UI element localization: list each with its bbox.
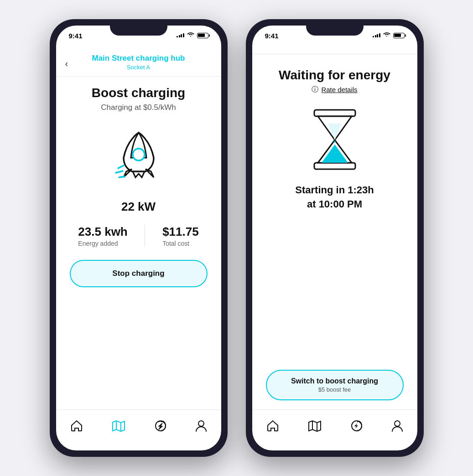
svg-point-0 — [133, 149, 145, 160]
battery-icon-2 — [393, 33, 405, 38]
nav-home-2[interactable] — [266, 420, 279, 432]
status-icons-1 — [177, 32, 208, 39]
content-1: Boost charging Charging at $0.5/kWh — [56, 77, 221, 409]
wifi-icon-2 — [383, 32, 390, 39]
phone-2: 9:41 Waiting for energy — [246, 19, 424, 457]
power-value: 22 kW — [121, 200, 156, 214]
signal-icon-1 — [177, 33, 184, 37]
content-2: Waiting for energy ⓘ Rate details — [252, 54, 417, 409]
time-info-line1: Starting in 1:23h — [295, 183, 374, 197]
time-info-line2: at 10:00 PM — [295, 197, 374, 212]
main-title-1: Boost charging — [92, 86, 185, 100]
profile-icon-2 — [392, 419, 403, 432]
rate-details-link[interactable]: Rate details — [321, 86, 357, 93]
switch-btn-sub: $5 boost fee — [273, 386, 396, 393]
nav-home-1[interactable] — [70, 420, 83, 432]
cost-stat: $11.75 Total cost — [162, 225, 199, 247]
page-subtitle-1: Socket A — [65, 64, 212, 71]
nav-map-2[interactable] — [308, 420, 322, 432]
home-icon-2 — [266, 420, 279, 432]
energy-stat: 23.5 kwh Energy added — [78, 225, 127, 247]
svg-rect-5 — [314, 110, 355, 116]
back-button-1[interactable]: ‹ — [65, 58, 68, 68]
stop-charging-button[interactable]: Stop charging — [70, 260, 208, 287]
switch-btn-title: Switch to boost charging — [273, 377, 396, 385]
charging-icon-2 — [350, 419, 363, 432]
profile-icon-1 — [196, 419, 207, 432]
info-icon: ⓘ — [312, 85, 318, 94]
nav-charging-1[interactable] — [154, 419, 167, 432]
energy-label: Energy added — [78, 240, 127, 247]
stats-row: 23.5 kwh Energy added $11.75 Total cost — [70, 225, 208, 247]
header-1: ‹ Main Street charging hub Socket A — [56, 50, 221, 77]
nav-map-1[interactable] — [112, 420, 125, 432]
cost-label: Total cost — [162, 240, 199, 247]
rocket-icon — [102, 121, 175, 194]
notch-2 — [306, 19, 364, 36]
status-time-2: 9:41 — [265, 32, 279, 40]
svg-point-8 — [334, 145, 335, 146]
cost-value: $11.75 — [162, 225, 199, 239]
battery-icon-1 — [197, 33, 208, 38]
svg-point-4 — [198, 421, 204, 426]
energy-value: 23.5 kwh — [78, 225, 127, 239]
phone-1: 9:41 ‹ Main Street charging hub — [50, 19, 228, 457]
status-time-1: 9:41 — [69, 32, 83, 40]
main-title-2: Waiting for energy — [279, 68, 390, 83]
main-subtitle-1: Charging at $0.5/kWh — [101, 103, 176, 112]
svg-point-12 — [395, 421, 400, 426]
switch-to-boost-button[interactable]: Switch to boost charging $5 boost fee — [266, 370, 404, 400]
svg-point-7 — [334, 141, 336, 143]
status-icons-2 — [373, 32, 405, 39]
notch-1 — [110, 19, 167, 36]
svg-rect-6 — [314, 163, 355, 169]
stat-divider — [145, 225, 145, 247]
time-info: Starting in 1:23h at 10:00 PM — [295, 183, 374, 212]
page-title-1: Main Street charging hub — [65, 54, 212, 63]
charging-icon-1 — [154, 419, 167, 432]
signal-icon-2 — [373, 33, 380, 37]
nav-profile-1[interactable] — [196, 419, 207, 432]
home-icon-1 — [70, 420, 83, 432]
nav-charging-2[interactable] — [350, 419, 363, 432]
wifi-icon-1 — [187, 32, 194, 39]
nav-profile-2[interactable] — [392, 419, 403, 432]
map-icon-2 — [308, 420, 322, 432]
hourglass-icon — [303, 103, 367, 176]
map-icon-1 — [112, 420, 125, 432]
bottom-nav-2 — [252, 409, 417, 450]
bottom-nav-1 — [56, 409, 221, 450]
rate-details-row: ⓘ Rate details — [312, 85, 357, 94]
